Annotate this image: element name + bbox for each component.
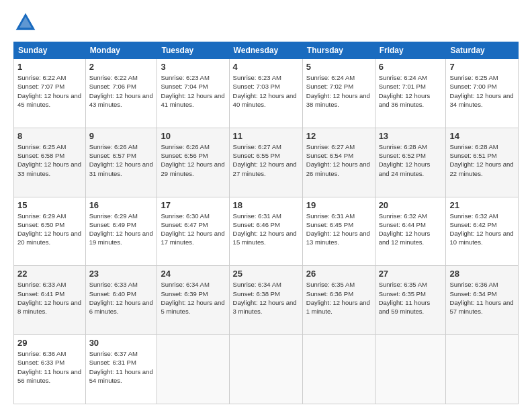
day-number: 10: [161, 131, 225, 141]
day-number: 12: [306, 131, 371, 141]
day-info: Sunrise: 6:23 AMSunset: 7:03 PMDaylight:…: [233, 73, 299, 109]
day-number: 14: [449, 131, 515, 141]
weekday-header-friday: Friday: [375, 42, 446, 59]
empty-cell: [446, 335, 519, 404]
calendar-day-3: 3Sunrise: 6:23 AMSunset: 7:04 PMDaylight…: [157, 59, 229, 128]
calendar-day-10: 10Sunrise: 6:26 AMSunset: 6:56 PMDayligh…: [157, 128, 229, 197]
day-number: 27: [379, 269, 443, 279]
calendar-day-12: 12Sunrise: 6:27 AMSunset: 6:54 PMDayligh…: [302, 128, 375, 197]
day-number: 13: [379, 131, 443, 141]
day-info: Sunrise: 6:24 AMSunset: 7:01 PMDaylight:…: [379, 73, 443, 109]
calendar-day-14: 14Sunrise: 6:28 AMSunset: 6:51 PMDayligh…: [446, 128, 519, 197]
day-info: Sunrise: 6:29 AMSunset: 6:49 PMDaylight:…: [89, 212, 154, 247]
calendar-week-5: 29Sunrise: 6:36 AMSunset: 6:33 PMDayligh…: [14, 335, 519, 404]
day-info: Sunrise: 6:30 AMSunset: 6:47 PMDaylight:…: [161, 212, 225, 247]
day-info: Sunrise: 6:27 AMSunset: 6:54 PMDaylight:…: [306, 142, 371, 178]
calendar-day-29: 29Sunrise: 6:36 AMSunset: 6:33 PMDayligh…: [14, 335, 86, 404]
calendar-day-23: 23Sunrise: 6:33 AMSunset: 6:40 PMDayligh…: [85, 266, 157, 335]
day-number: 9: [89, 131, 154, 141]
day-info: Sunrise: 6:36 AMSunset: 6:34 PMDaylight:…: [449, 280, 515, 316]
calendar-day-27: 27Sunrise: 6:35 AMSunset: 6:35 PMDayligh…: [375, 266, 446, 335]
calendar-day-8: 8Sunrise: 6:25 AMSunset: 6:58 PMDaylight…: [14, 128, 86, 197]
weekday-header-wednesday: Wednesday: [229, 42, 302, 59]
calendar-day-6: 6Sunrise: 6:24 AMSunset: 7:01 PMDaylight…: [375, 59, 446, 128]
logo-icon: [13, 11, 38, 35]
day-info: Sunrise: 6:29 AMSunset: 6:50 PMDaylight:…: [17, 212, 82, 247]
day-info: Sunrise: 6:24 AMSunset: 7:02 PMDaylight:…: [306, 73, 371, 109]
day-info: Sunrise: 6:32 AMSunset: 6:42 PMDaylight:…: [449, 212, 515, 247]
day-number: 18: [233, 200, 299, 210]
day-info: Sunrise: 6:36 AMSunset: 6:33 PMDaylight:…: [17, 349, 82, 385]
day-number: 2: [89, 62, 154, 72]
calendar-week-1: 1Sunrise: 6:22 AMSunset: 7:07 PMDaylight…: [14, 59, 519, 128]
calendar-day-25: 25Sunrise: 6:34 AMSunset: 6:38 PMDayligh…: [229, 266, 302, 335]
calendar-day-1: 1Sunrise: 6:22 AMSunset: 7:07 PMDaylight…: [14, 59, 86, 128]
page: SundayMondayTuesdayWednesdayThursdayFrid…: [0, 0, 532, 411]
day-info: Sunrise: 6:31 AMSunset: 6:46 PMDaylight:…: [233, 212, 299, 247]
day-number: 4: [233, 62, 299, 72]
calendar-day-18: 18Sunrise: 6:31 AMSunset: 6:46 PMDayligh…: [229, 197, 302, 266]
day-number: 23: [89, 269, 154, 279]
day-info: Sunrise: 6:26 AMSunset: 6:57 PMDaylight:…: [89, 142, 154, 178]
day-number: 17: [161, 200, 225, 210]
header: [13, 11, 519, 35]
calendar-day-2: 2Sunrise: 6:22 AMSunset: 7:06 PMDaylight…: [85, 59, 157, 128]
day-number: 5: [306, 62, 371, 72]
weekday-header-saturday: Saturday: [446, 42, 519, 59]
day-info: Sunrise: 6:32 AMSunset: 6:44 PMDaylight:…: [379, 212, 443, 247]
calendar-day-30: 30Sunrise: 6:37 AMSunset: 6:31 PMDayligh…: [85, 335, 157, 404]
weekday-header-tuesday: Tuesday: [157, 42, 229, 59]
weekday-header-sunday: Sunday: [14, 42, 86, 59]
day-info: Sunrise: 6:31 AMSunset: 6:45 PMDaylight:…: [306, 212, 371, 247]
calendar-day-22: 22Sunrise: 6:33 AMSunset: 6:41 PMDayligh…: [14, 266, 86, 335]
calendar-week-3: 15Sunrise: 6:29 AMSunset: 6:50 PMDayligh…: [14, 197, 519, 266]
day-number: 1: [17, 62, 82, 72]
day-number: 11: [233, 131, 299, 141]
calendar-day-4: 4Sunrise: 6:23 AMSunset: 7:03 PMDaylight…: [229, 59, 302, 128]
calendar-day-20: 20Sunrise: 6:32 AMSunset: 6:44 PMDayligh…: [375, 197, 446, 266]
day-number: 8: [17, 131, 82, 141]
calendar-week-4: 22Sunrise: 6:33 AMSunset: 6:41 PMDayligh…: [14, 266, 519, 335]
calendar-day-21: 21Sunrise: 6:32 AMSunset: 6:42 PMDayligh…: [446, 197, 519, 266]
weekday-header-monday: Monday: [85, 42, 157, 59]
calendar-week-2: 8Sunrise: 6:25 AMSunset: 6:58 PMDaylight…: [14, 128, 519, 197]
calendar-day-5: 5Sunrise: 6:24 AMSunset: 7:02 PMDaylight…: [302, 59, 375, 128]
calendar-day-11: 11Sunrise: 6:27 AMSunset: 6:55 PMDayligh…: [229, 128, 302, 197]
day-info: Sunrise: 6:37 AMSunset: 6:31 PMDaylight:…: [89, 349, 154, 385]
day-info: Sunrise: 6:25 AMSunset: 6:58 PMDaylight:…: [17, 142, 82, 178]
day-info: Sunrise: 6:23 AMSunset: 7:04 PMDaylight:…: [161, 73, 225, 109]
day-info: Sunrise: 6:28 AMSunset: 6:52 PMDaylight:…: [379, 142, 443, 178]
day-number: 16: [89, 200, 154, 210]
day-number: 19: [306, 200, 371, 210]
day-info: Sunrise: 6:22 AMSunset: 7:06 PMDaylight:…: [89, 73, 154, 109]
day-number: 7: [449, 62, 515, 72]
day-number: 6: [379, 62, 443, 72]
calendar-table: SundayMondayTuesdayWednesdayThursdayFrid…: [13, 42, 519, 404]
weekday-header-row: SundayMondayTuesdayWednesdayThursdayFrid…: [14, 42, 519, 59]
calendar-day-9: 9Sunrise: 6:26 AMSunset: 6:57 PMDaylight…: [85, 128, 157, 197]
day-number: 22: [17, 269, 82, 279]
calendar-day-24: 24Sunrise: 6:34 AMSunset: 6:39 PMDayligh…: [157, 266, 229, 335]
calendar-day-16: 16Sunrise: 6:29 AMSunset: 6:49 PMDayligh…: [85, 197, 157, 266]
empty-cell: [229, 335, 302, 404]
calendar-day-28: 28Sunrise: 6:36 AMSunset: 6:34 PMDayligh…: [446, 266, 519, 335]
day-info: Sunrise: 6:22 AMSunset: 7:07 PMDaylight:…: [17, 73, 82, 109]
day-number: 26: [306, 269, 371, 279]
day-number: 24: [161, 269, 225, 279]
day-number: 21: [449, 200, 515, 210]
day-info: Sunrise: 6:33 AMSunset: 6:40 PMDaylight:…: [89, 280, 154, 316]
day-number: 28: [449, 269, 515, 279]
day-info: Sunrise: 6:34 AMSunset: 6:39 PMDaylight:…: [161, 280, 225, 316]
calendar-day-26: 26Sunrise: 6:35 AMSunset: 6:36 PMDayligh…: [302, 266, 375, 335]
day-info: Sunrise: 6:28 AMSunset: 6:51 PMDaylight:…: [449, 142, 515, 178]
empty-cell: [302, 335, 375, 404]
day-info: Sunrise: 6:35 AMSunset: 6:36 PMDaylight:…: [306, 280, 371, 316]
empty-cell: [157, 335, 229, 404]
day-number: 30: [89, 338, 154, 348]
day-number: 15: [17, 200, 82, 210]
calendar-day-19: 19Sunrise: 6:31 AMSunset: 6:45 PMDayligh…: [302, 197, 375, 266]
empty-cell: [375, 335, 446, 404]
calendar-day-17: 17Sunrise: 6:30 AMSunset: 6:47 PMDayligh…: [157, 197, 229, 266]
day-number: 20: [379, 200, 443, 210]
day-info: Sunrise: 6:27 AMSunset: 6:55 PMDaylight:…: [233, 142, 299, 178]
